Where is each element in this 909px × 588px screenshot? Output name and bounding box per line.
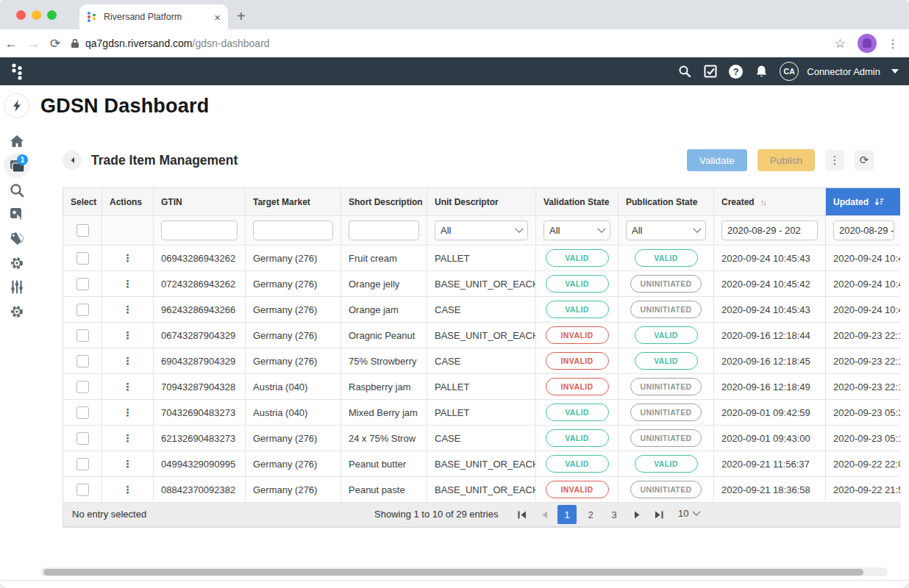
created-range-input[interactable]: 2020-08-29 - 202	[721, 220, 818, 240]
sidebar-item-dashboards[interactable]: 1	[0, 154, 34, 178]
next-page-icon[interactable]	[628, 505, 646, 524]
short-description-cell: Oragnic Peanut	[341, 323, 427, 348]
target-market-cell: Germany (276)	[246, 426, 341, 451]
horizontal-scrollbar[interactable]	[40, 567, 888, 576]
row-checkbox[interactable]	[76, 278, 89, 290]
row-actions-icon[interactable]: ⋮	[123, 304, 133, 315]
back-icon[interactable]: ←	[0, 36, 22, 51]
sidebar-item-admin[interactable]	[0, 299, 34, 323]
col-updated[interactable]: Updated	[826, 188, 900, 216]
user-name[interactable]: Connector Admin	[807, 66, 880, 77]
page-button-1[interactable]: 1	[557, 505, 577, 524]
target-market-filter-input[interactable]	[253, 220, 333, 240]
address-bar[interactable]: qa7gdsn.riversand.com/gdsn-dashboard	[71, 37, 835, 49]
sidebar-item-tags[interactable]	[0, 226, 34, 251]
scrollbar-thumb[interactable]	[43, 569, 863, 576]
row-actions-icon[interactable]: ⋮	[123, 253, 133, 263]
new-tab-button[interactable]: +	[237, 8, 246, 25]
sidebar-item-settings[interactable]	[0, 251, 34, 275]
tasks-checkbox-icon[interactable]	[703, 64, 718, 79]
validate-button[interactable]: Validate	[687, 149, 747, 171]
row-checkbox[interactable]	[76, 406, 89, 419]
chevron-down-icon	[597, 224, 605, 232]
close-tab-icon[interactable]: ×	[214, 12, 221, 23]
search-icon[interactable]	[677, 64, 692, 79]
row-checkbox[interactable]	[76, 484, 89, 496]
user-avatar[interactable]: CA	[780, 62, 799, 81]
notifications-bell-icon[interactable]	[754, 64, 769, 79]
table-row[interactable]: ⋮ 07243286943262 Germany (276) Orange je…	[63, 271, 900, 297]
row-actions-icon[interactable]: ⋮	[123, 407, 133, 417]
lock-icon	[71, 38, 79, 49]
sidebar-item-configuration[interactable]	[0, 275, 34, 299]
close-window-button[interactable]	[16, 10, 26, 20]
maximize-window-button[interactable]	[47, 10, 57, 20]
validation-state-filter-select[interactable]: All	[543, 220, 610, 240]
browser-menu-icon[interactable]: ⋮	[887, 37, 899, 51]
sidebar-item-home[interactable]	[0, 129, 34, 154]
forward-icon[interactable]: →	[22, 36, 44, 51]
row-actions-icon[interactable]: ⋮	[123, 381, 133, 392]
row-checkbox[interactable]	[76, 458, 89, 470]
row-checkbox[interactable]	[76, 381, 89, 393]
publish-button[interactable]: Publish	[758, 149, 815, 171]
select-all-checkbox[interactable]	[76, 224, 89, 237]
table-row[interactable]: ⋮ 96243286943266 Germany (276) Orange ja…	[63, 297, 900, 323]
minimize-window-button[interactable]	[32, 10, 41, 20]
gtin-filter-input[interactable]	[161, 220, 238, 240]
unit-descriptor-filter-select[interactable]: All	[435, 220, 528, 240]
publication-state-badge: VALID	[635, 352, 698, 370]
chevron-down-icon[interactable]	[891, 69, 899, 74]
table-row[interactable]: ⋮ 04994329090995 Germany (276) Peanut bu…	[63, 451, 900, 477]
row-checkbox[interactable]	[76, 355, 89, 368]
row-checkbox[interactable]	[76, 329, 89, 342]
row-actions-icon[interactable]: ⋮	[123, 459, 133, 469]
more-options-icon[interactable]: ⋮	[825, 150, 844, 171]
gtin-cell: 96243286943266	[154, 297, 246, 323]
row-checkbox[interactable]	[76, 304, 89, 316]
table-row[interactable]: ⋮ 69043287904329 Germany (276) 75% Strow…	[63, 348, 900, 374]
target-market-cell: Germany (276)	[246, 323, 341, 348]
col-created[interactable]: Created↑↓	[714, 188, 826, 216]
sidebar-item-search[interactable]	[0, 178, 34, 202]
publication-state-filter-select[interactable]: All	[626, 220, 706, 240]
target-market-cell: Austria (040)	[246, 400, 341, 426]
table-row[interactable]: ⋮ 62132690483273 Germany (276) 24 x 75% …	[63, 426, 900, 451]
validation-state-badge: VALID	[546, 249, 609, 267]
table-row[interactable]: ⋮ 08842370092382 Germany (276) Peanut pa…	[63, 477, 900, 503]
browser-profile-avatar[interactable]	[858, 34, 877, 53]
updated-cell: 2020-09-23 05:18:	[826, 426, 900, 451]
quick-actions-bolt-icon[interactable]	[4, 93, 29, 118]
page-button-3[interactable]: 3	[605, 505, 624, 524]
page-size-select[interactable]: 10	[678, 508, 699, 519]
row-checkbox[interactable]	[76, 252, 89, 265]
back-button[interactable]	[63, 151, 82, 170]
window-controls[interactable]	[16, 10, 57, 20]
row-actions-icon[interactable]: ⋮	[123, 356, 133, 366]
table-row[interactable]: ⋮ 06943286943262 Germany (276) Fruit cre…	[63, 245, 900, 271]
row-actions-icon[interactable]: ⋮	[123, 279, 133, 289]
first-page-icon[interactable]	[513, 505, 531, 524]
last-page-icon[interactable]	[650, 505, 668, 524]
row-actions-icon[interactable]: ⋮	[123, 484, 133, 495]
target-market-cell: Austria (040)	[246, 374, 341, 400]
row-checkbox[interactable]	[76, 432, 89, 445]
table-row[interactable]: ⋮ 06743287904329 Germany (276) Oragnic P…	[63, 323, 900, 348]
sidebar-item-assets[interactable]	[0, 202, 34, 226]
app-header: ? CA Connector Admin	[0, 57, 909, 85]
browser-tab[interactable]: Riversand Platform ×	[79, 4, 228, 29]
table-row[interactable]: ⋮ 70432690483273 Austria (040) Mixed Ber…	[63, 400, 900, 426]
bookmark-star-icon[interactable]: ☆	[835, 36, 846, 51]
row-actions-icon[interactable]: ⋮	[123, 433, 133, 443]
reload-icon[interactable]: ⟳	[44, 36, 66, 51]
prev-page-icon[interactable]	[535, 505, 553, 524]
refresh-icon[interactable]: ⟳	[855, 150, 874, 171]
help-icon[interactable]: ?	[729, 65, 743, 79]
validation-state-badge: VALID	[546, 455, 609, 473]
page-button-2[interactable]: 2	[581, 505, 600, 524]
row-actions-icon[interactable]: ⋮	[123, 330, 133, 340]
updated-range-input[interactable]: 2020-08-29 - 20	[833, 220, 894, 240]
chevron-down-icon	[693, 507, 701, 515]
short-description-filter-input[interactable]	[349, 220, 419, 240]
table-row[interactable]: ⋮ 70943287904328 Austria (040) Raspberry…	[63, 374, 900, 400]
